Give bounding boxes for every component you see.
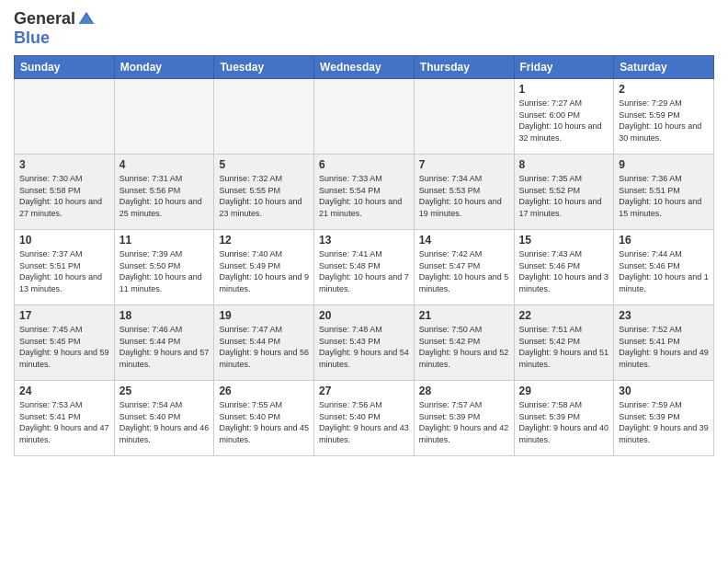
day-number: 9 bbox=[619, 158, 709, 171]
calendar-day-cell: 4Sunrise: 7:31 AM Sunset: 5:56 PM Daylig… bbox=[114, 155, 214, 230]
calendar-day-cell: 13Sunrise: 7:41 AM Sunset: 5:48 PM Dayli… bbox=[314, 230, 415, 305]
calendar-day-cell bbox=[114, 79, 214, 155]
calendar-day-cell: 3Sunrise: 7:30 AM Sunset: 5:58 PM Daylig… bbox=[15, 155, 115, 230]
calendar-day-cell: 7Sunrise: 7:34 AM Sunset: 5:53 PM Daylig… bbox=[414, 155, 514, 230]
calendar-header-cell: Monday bbox=[114, 56, 214, 79]
day-info: Sunrise: 7:56 AM Sunset: 5:40 PM Dayligh… bbox=[319, 399, 409, 445]
day-info: Sunrise: 7:58 AM Sunset: 5:39 PM Dayligh… bbox=[519, 399, 609, 445]
calendar-day-cell: 27Sunrise: 7:56 AM Sunset: 5:40 PM Dayli… bbox=[314, 381, 415, 456]
calendar-day-cell: 2Sunrise: 7:29 AM Sunset: 5:59 PM Daylig… bbox=[614, 79, 714, 155]
header: General Blue bbox=[14, 9, 714, 48]
day-info: Sunrise: 7:46 AM Sunset: 5:44 PM Dayligh… bbox=[119, 324, 210, 370]
calendar-day-cell: 22Sunrise: 7:51 AM Sunset: 5:42 PM Dayli… bbox=[514, 305, 614, 381]
calendar-day-cell: 30Sunrise: 7:59 AM Sunset: 5:39 PM Dayli… bbox=[614, 381, 714, 456]
calendar-week-row: 3Sunrise: 7:30 AM Sunset: 5:58 PM Daylig… bbox=[15, 155, 714, 230]
logo-icon bbox=[77, 10, 96, 29]
day-info: Sunrise: 7:59 AM Sunset: 5:39 PM Dayligh… bbox=[619, 399, 709, 445]
calendar-week-row: 24Sunrise: 7:53 AM Sunset: 5:41 PM Dayli… bbox=[15, 381, 714, 456]
day-number: 12 bbox=[219, 234, 309, 247]
day-number: 13 bbox=[319, 234, 409, 247]
calendar-day-cell: 12Sunrise: 7:40 AM Sunset: 5:49 PM Dayli… bbox=[214, 230, 314, 305]
logo-blue-text: Blue bbox=[14, 29, 50, 48]
day-number: 26 bbox=[219, 385, 309, 397]
calendar-header-cell: Friday bbox=[514, 56, 614, 79]
calendar-header-cell: Sunday bbox=[15, 56, 115, 79]
day-number: 30 bbox=[619, 385, 709, 397]
calendar-day-cell: 6Sunrise: 7:33 AM Sunset: 5:54 PM Daylig… bbox=[314, 155, 415, 230]
calendar-day-cell: 26Sunrise: 7:55 AM Sunset: 5:40 PM Dayli… bbox=[214, 381, 314, 456]
calendar-header-cell: Thursday bbox=[414, 56, 514, 79]
day-number: 1 bbox=[519, 83, 609, 96]
day-number: 22 bbox=[519, 309, 609, 322]
day-number: 8 bbox=[519, 158, 609, 171]
calendar-day-cell: 10Sunrise: 7:37 AM Sunset: 5:51 PM Dayli… bbox=[15, 230, 115, 305]
calendar-day-cell: 19Sunrise: 7:47 AM Sunset: 5:44 PM Dayli… bbox=[214, 305, 314, 381]
day-info: Sunrise: 7:45 AM Sunset: 5:45 PM Dayligh… bbox=[19, 324, 109, 370]
calendar-day-cell: 28Sunrise: 7:57 AM Sunset: 5:39 PM Dayli… bbox=[414, 381, 514, 456]
calendar-day-cell: 9Sunrise: 7:36 AM Sunset: 5:51 PM Daylig… bbox=[614, 155, 714, 230]
day-info: Sunrise: 7:43 AM Sunset: 5:46 PM Dayligh… bbox=[519, 248, 609, 294]
day-info: Sunrise: 7:34 AM Sunset: 5:53 PM Dayligh… bbox=[419, 173, 509, 219]
calendar-week-row: 10Sunrise: 7:37 AM Sunset: 5:51 PM Dayli… bbox=[15, 230, 714, 305]
day-number: 14 bbox=[419, 234, 509, 247]
day-number: 5 bbox=[219, 158, 309, 171]
day-info: Sunrise: 7:50 AM Sunset: 5:42 PM Dayligh… bbox=[419, 324, 509, 370]
day-number: 23 bbox=[619, 309, 709, 322]
day-info: Sunrise: 7:35 AM Sunset: 5:52 PM Dayligh… bbox=[519, 173, 609, 219]
day-info: Sunrise: 7:40 AM Sunset: 5:49 PM Dayligh… bbox=[219, 248, 309, 294]
day-info: Sunrise: 7:42 AM Sunset: 5:47 PM Dayligh… bbox=[419, 248, 509, 294]
day-number: 24 bbox=[19, 385, 109, 397]
calendar-header-cell: Tuesday bbox=[214, 56, 314, 79]
day-info: Sunrise: 7:51 AM Sunset: 5:42 PM Dayligh… bbox=[519, 324, 609, 370]
day-number: 16 bbox=[619, 234, 709, 247]
day-number: 6 bbox=[319, 158, 409, 171]
calendar-week-row: 1Sunrise: 7:27 AM Sunset: 6:00 PM Daylig… bbox=[15, 79, 714, 155]
day-info: Sunrise: 7:52 AM Sunset: 5:41 PM Dayligh… bbox=[619, 324, 709, 370]
day-number: 21 bbox=[419, 309, 509, 322]
day-number: 3 bbox=[19, 158, 109, 171]
day-number: 10 bbox=[19, 234, 109, 247]
day-number: 20 bbox=[319, 309, 409, 322]
day-info: Sunrise: 7:39 AM Sunset: 5:50 PM Dayligh… bbox=[119, 248, 210, 294]
calendar-header-cell: Wednesday bbox=[314, 56, 415, 79]
day-info: Sunrise: 7:27 AM Sunset: 6:00 PM Dayligh… bbox=[519, 98, 609, 144]
calendar-day-cell: 15Sunrise: 7:43 AM Sunset: 5:46 PM Dayli… bbox=[514, 230, 614, 305]
day-info: Sunrise: 7:32 AM Sunset: 5:55 PM Dayligh… bbox=[219, 173, 309, 219]
day-info: Sunrise: 7:55 AM Sunset: 5:40 PM Dayligh… bbox=[219, 399, 309, 445]
day-number: 11 bbox=[119, 234, 210, 247]
day-info: Sunrise: 7:47 AM Sunset: 5:44 PM Dayligh… bbox=[219, 324, 309, 370]
day-number: 17 bbox=[19, 309, 109, 322]
calendar-table: SundayMondayTuesdayWednesdayThursdayFrid… bbox=[14, 55, 714, 456]
calendar-day-cell bbox=[15, 79, 115, 155]
day-number: 4 bbox=[119, 158, 210, 171]
calendar-day-cell: 20Sunrise: 7:48 AM Sunset: 5:43 PM Dayli… bbox=[314, 305, 415, 381]
day-info: Sunrise: 7:48 AM Sunset: 5:43 PM Dayligh… bbox=[319, 324, 409, 370]
day-info: Sunrise: 7:33 AM Sunset: 5:54 PM Dayligh… bbox=[319, 173, 409, 219]
calendar-day-cell: 23Sunrise: 7:52 AM Sunset: 5:41 PM Dayli… bbox=[614, 305, 714, 381]
day-number: 7 bbox=[419, 158, 509, 171]
day-number: 25 bbox=[119, 385, 210, 397]
day-info: Sunrise: 7:29 AM Sunset: 5:59 PM Dayligh… bbox=[619, 98, 709, 144]
day-info: Sunrise: 7:53 AM Sunset: 5:41 PM Dayligh… bbox=[19, 399, 109, 445]
calendar-day-cell: 24Sunrise: 7:53 AM Sunset: 5:41 PM Dayli… bbox=[15, 381, 115, 456]
day-info: Sunrise: 7:37 AM Sunset: 5:51 PM Dayligh… bbox=[19, 248, 109, 294]
calendar-day-cell: 8Sunrise: 7:35 AM Sunset: 5:52 PM Daylig… bbox=[514, 155, 614, 230]
calendar-week-row: 17Sunrise: 7:45 AM Sunset: 5:45 PM Dayli… bbox=[15, 305, 714, 381]
calendar-day-cell: 16Sunrise: 7:44 AM Sunset: 5:46 PM Dayli… bbox=[614, 230, 714, 305]
day-info: Sunrise: 7:54 AM Sunset: 5:40 PM Dayligh… bbox=[119, 399, 210, 445]
day-info: Sunrise: 7:31 AM Sunset: 5:56 PM Dayligh… bbox=[119, 173, 210, 219]
day-info: Sunrise: 7:30 AM Sunset: 5:58 PM Dayligh… bbox=[19, 173, 109, 219]
calendar-day-cell: 14Sunrise: 7:42 AM Sunset: 5:47 PM Dayli… bbox=[414, 230, 514, 305]
day-number: 29 bbox=[519, 385, 609, 397]
day-info: Sunrise: 7:44 AM Sunset: 5:46 PM Dayligh… bbox=[619, 248, 709, 294]
calendar-day-cell: 17Sunrise: 7:45 AM Sunset: 5:45 PM Dayli… bbox=[15, 305, 115, 381]
day-number: 15 bbox=[519, 234, 609, 247]
calendar-day-cell bbox=[214, 79, 314, 155]
day-info: Sunrise: 7:57 AM Sunset: 5:39 PM Dayligh… bbox=[419, 399, 509, 445]
calendar-day-cell: 21Sunrise: 7:50 AM Sunset: 5:42 PM Dayli… bbox=[414, 305, 514, 381]
calendar-day-cell: 18Sunrise: 7:46 AM Sunset: 5:44 PM Dayli… bbox=[114, 305, 214, 381]
calendar-day-cell: 25Sunrise: 7:54 AM Sunset: 5:40 PM Dayli… bbox=[114, 381, 214, 456]
calendar-day-cell: 1Sunrise: 7:27 AM Sunset: 6:00 PM Daylig… bbox=[514, 79, 614, 155]
day-number: 2 bbox=[619, 83, 709, 96]
day-number: 18 bbox=[119, 309, 210, 322]
